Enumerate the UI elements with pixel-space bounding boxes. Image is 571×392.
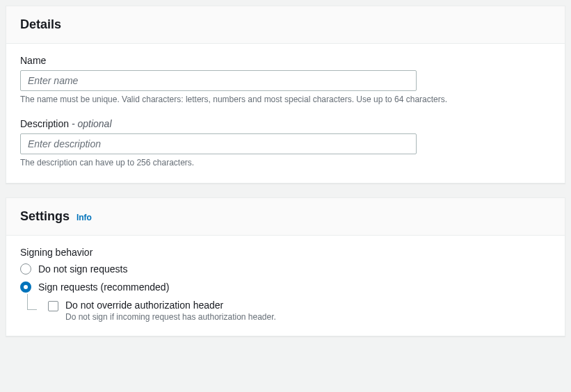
name-input[interactable] — [20, 70, 417, 91]
radio-do-not-sign-circle[interactable] — [20, 263, 31, 275]
description-group: Description - optional The description c… — [20, 118, 551, 169]
details-body: Name The name must be unique. Valid char… — [6, 44, 565, 183]
description-help-text: The description can have up to 256 chara… — [20, 157, 551, 169]
description-input[interactable] — [20, 133, 417, 154]
override-nested: Do not override authorization header Do … — [27, 300, 551, 322]
description-label: Description - optional — [20, 118, 551, 129]
radio-do-not-sign[interactable]: Do not sign requests — [20, 263, 551, 275]
settings-info-link[interactable]: Info — [77, 213, 92, 222]
name-label: Name — [20, 55, 551, 66]
override-checkbox-label: Do not override authorization header — [65, 300, 276, 311]
details-title: Details — [20, 17, 61, 32]
signing-behavior-label: Signing behavior — [20, 247, 551, 258]
settings-body: Signing behavior Do not sign requests Si… — [6, 236, 565, 336]
radio-sign[interactable]: Sign requests (recommended) — [20, 281, 551, 293]
override-checkbox[interactable] — [48, 301, 58, 311]
description-label-text: Description — [20, 118, 69, 129]
description-optional-suffix: - optional — [69, 118, 111, 129]
override-checkbox-row[interactable]: Do not override authorization header Do … — [48, 300, 551, 322]
radio-sign-label: Sign requests (recommended) — [38, 281, 169, 293]
override-checkbox-help: Do not sign if incoming request has auth… — [65, 312, 276, 322]
details-panel: Details Name The name must be unique. Va… — [6, 6, 565, 183]
radio-sign-circle[interactable] — [20, 281, 31, 293]
settings-header: Settings Info — [6, 198, 565, 236]
name-group: Name The name must be unique. Valid char… — [20, 55, 551, 106]
settings-panel: Settings Info Signing behavior Do not si… — [6, 197, 565, 336]
override-content: Do not override authorization header Do … — [65, 300, 276, 322]
name-help-text: The name must be unique. Valid character… — [20, 94, 551, 106]
radio-do-not-sign-label: Do not sign requests — [38, 263, 127, 275]
details-header: Details — [6, 6, 565, 44]
settings-title: Settings — [20, 209, 70, 224]
